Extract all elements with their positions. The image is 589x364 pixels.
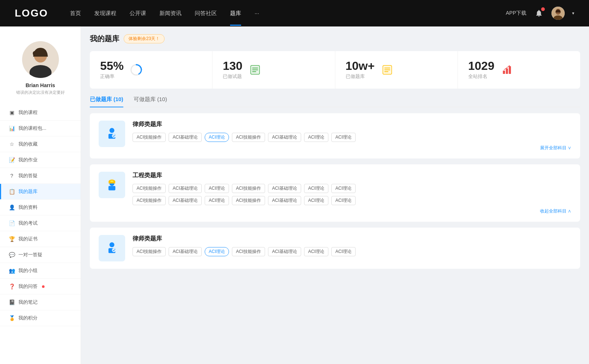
stat-rank-value: 1029	[468, 60, 494, 72]
sidebar-item-label: 我的证书	[18, 236, 38, 242]
stat-banks-value: 10w+	[346, 60, 375, 72]
navbar: LOGO 首页 发现课程 公开课 新闻资讯 问答社区 题库 ··· APP下载	[0, 0, 589, 26]
sidebar-profile: Brian Harris 错误的决定比没有决定要好	[0, 34, 81, 101]
tab-done-banks[interactable]: 已做题库 (10)	[90, 96, 123, 107]
stat-done-label: 已做试题	[223, 73, 242, 80]
bank-tags-engineer-row1: ACI技能操作 ACI基础理论 ACI理论 ACI技能操作 ACI基础理论 AC…	[133, 184, 571, 193]
tag[interactable]: ACI技能操作	[133, 133, 166, 142]
avatar[interactable]	[551, 7, 565, 20]
svg-rect-26	[109, 182, 116, 183]
tag[interactable]: ACI技能操作	[232, 133, 265, 142]
sidebar-item-group[interactable]: 👥 我的小组	[0, 263, 81, 279]
tag[interactable]: ACI基础理论	[268, 133, 301, 142]
stats-row: 55% 正确率 130 已做试题	[90, 51, 580, 89]
svg-rect-16	[506, 68, 508, 74]
nav-discover[interactable]: 发现课程	[94, 10, 116, 17]
course-package-icon: 📊	[9, 125, 15, 131]
nav-qa[interactable]: 问答社区	[195, 10, 217, 17]
tag[interactable]: ACI技能操作	[232, 196, 265, 205]
sidebar-item-profile[interactable]: 👤 我的资料	[0, 200, 81, 215]
engineer-icon	[99, 172, 125, 198]
tag[interactable]: ACI理论	[205, 184, 229, 193]
sidebar-item-my-course[interactable]: ▣ 我的课程	[0, 105, 81, 121]
bank-card-lawyer-2: 律师类题库 ACI技能操作 ACI基础理论 ACI理论 ACI技能操作 ACI基…	[90, 228, 580, 269]
bank-title-engineer: 工程类题库	[133, 172, 571, 179]
tag[interactable]: ACI理论	[331, 196, 356, 205]
svg-rect-17	[509, 66, 511, 74]
tag[interactable]: ACI技能操作	[232, 184, 265, 193]
sidebar-item-label: 我的小组	[18, 267, 38, 274]
tag[interactable]: ACI理论	[205, 196, 229, 205]
homework-icon: 📝	[9, 157, 15, 163]
bank-card-engineer: 工程类题库 ACI技能操作 ACI基础理论 ACI理论 ACI技能操作 ACI基…	[90, 164, 580, 222]
bank-tags-lawyer-2: ACI技能操作 ACI基础理论 ACI理论 ACI技能操作 ACI基础理论 AC…	[133, 247, 571, 256]
stat-accuracy-value: 55%	[100, 60, 124, 72]
tag[interactable]: ACI理论	[304, 184, 328, 193]
tag[interactable]: ACI基础理论	[268, 184, 301, 193]
tag[interactable]: ACI技能操作	[232, 247, 265, 256]
stat-accuracy-label: 正确率	[100, 73, 124, 80]
sidebar-item-question-bank[interactable]: 📋 我的题库	[0, 184, 81, 200]
tag[interactable]: ACI基础理论	[268, 247, 301, 256]
nav-home[interactable]: 首页	[70, 10, 81, 17]
tag[interactable]: ACI技能操作	[133, 184, 166, 193]
nav-menu: 首页 发现课程 公开课 新闻资讯 问答社区 题库 ···	[70, 10, 506, 17]
tag[interactable]: ACI基础理论	[169, 133, 202, 142]
lawyer-icon	[99, 121, 125, 147]
stat-accuracy: 55% 正确率	[90, 51, 212, 89]
expand-link-lawyer-1[interactable]: 展开全部科目 ∨	[133, 145, 571, 151]
sidebar-item-points[interactable]: 🏅 我的积分	[0, 310, 81, 326]
profile-icon: 👤	[9, 204, 15, 210]
sidebar-item-label: 我的积分	[18, 315, 38, 321]
tag-active[interactable]: ACI理论	[205, 133, 229, 142]
sidebar-item-label: 我的课程	[18, 109, 38, 116]
lawyer-icon-2	[99, 235, 125, 261]
tag[interactable]: ACI基础理论	[268, 196, 301, 205]
tab-available-banks[interactable]: 可做题库 (10)	[134, 96, 167, 107]
navbar-right: APP下载 ▾	[506, 7, 574, 20]
avatar-dropdown-arrow[interactable]: ▾	[572, 11, 574, 16]
exam-icon: 📄	[9, 220, 15, 226]
tag[interactable]: ACI基础理论	[169, 247, 202, 256]
sidebar-item-label: 我的资料	[18, 204, 38, 211]
rank-icon	[500, 63, 514, 76]
app-download-button[interactable]: APP下载	[506, 10, 526, 17]
tag[interactable]: ACI理论	[304, 196, 328, 205]
sidebar-item-questions[interactable]: ? 我的答疑	[0, 168, 81, 184]
collapse-link-engineer[interactable]: 收起全部科目 ∧	[133, 208, 571, 214]
course-icon: ▣	[9, 110, 15, 115]
trial-badge[interactable]: 体验剩余23天！	[124, 34, 165, 43]
profile-motto: 错误的决定比没有决定要好	[16, 90, 65, 95]
logo[interactable]: LOGO	[15, 7, 48, 19]
tag[interactable]: ACI基础理论	[169, 196, 202, 205]
nav-news[interactable]: 新闻资讯	[159, 10, 181, 17]
tag[interactable]: ACI理论	[304, 133, 328, 142]
sidebar-item-label: 我的考试	[18, 220, 38, 226]
svg-point-22	[112, 134, 116, 138]
qa-icon: ❓	[9, 283, 15, 289]
nav-question-bank[interactable]: 题库	[230, 10, 241, 17]
nav-more[interactable]: ···	[254, 10, 259, 17]
tag-active[interactable]: ACI理论	[205, 247, 229, 256]
nav-open-course[interactable]: 公开课	[130, 10, 146, 17]
sidebar-item-label: 我的笔记	[18, 299, 38, 306]
notification-bell[interactable]	[534, 8, 544, 18]
tag[interactable]: ACI理论	[331, 247, 356, 256]
done-banks-icon	[381, 63, 394, 76]
sidebar-item-homework[interactable]: 📝 我的作业	[0, 152, 81, 168]
tag[interactable]: ACI基础理论	[169, 184, 202, 193]
tag[interactable]: ACI技能操作	[133, 196, 166, 205]
sidebar-item-certificate[interactable]: 🏆 我的证书	[0, 231, 81, 247]
tag[interactable]: ACI技能操作	[133, 247, 166, 256]
tag[interactable]: ACI理论	[331, 133, 356, 142]
tag[interactable]: ACI理论	[304, 247, 328, 256]
sidebar-item-notes[interactable]: 📓 我的笔记	[0, 295, 81, 310]
bank-icon: 📋	[9, 189, 15, 195]
sidebar-item-tutor[interactable]: 💬 一对一答疑	[0, 247, 81, 263]
sidebar-item-exam[interactable]: 📄 我的考试	[0, 215, 81, 231]
tag[interactable]: ACI理论	[331, 184, 356, 193]
sidebar-item-my-qa[interactable]: ❓ 我的问答	[0, 279, 81, 295]
sidebar-item-course-package[interactable]: 📊 我的课程包...	[0, 121, 81, 136]
sidebar-item-favorites[interactable]: ☆ 我的收藏	[0, 136, 81, 152]
stat-rank: 1029 全站排名	[458, 51, 580, 89]
